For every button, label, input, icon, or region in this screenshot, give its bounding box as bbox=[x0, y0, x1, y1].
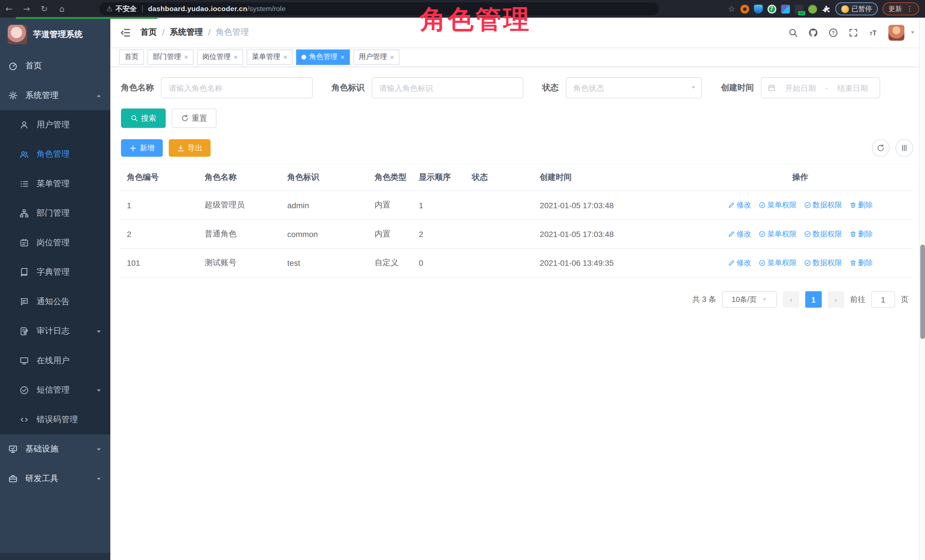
extension-icon-green-7[interactable]: 7 bbox=[767, 5, 776, 14]
data-permission-link[interactable]: 数据权限 bbox=[804, 229, 842, 239]
prev-page-button[interactable]: ‹ bbox=[783, 291, 799, 308]
role-key-input[interactable] bbox=[372, 77, 523, 99]
export-button[interactable]: 导出 bbox=[169, 139, 211, 157]
data-permission-link[interactable]: 数据权限 bbox=[804, 258, 842, 268]
sidebar-item-infrastructure[interactable]: 基础设施 bbox=[0, 434, 110, 464]
data-permission-link[interactable]: 数据权限 bbox=[804, 200, 842, 210]
paused-pill-button[interactable]: 已暂停 bbox=[835, 2, 878, 15]
font-size-icon[interactable] bbox=[868, 27, 878, 37]
scrollbar[interactable] bbox=[919, 18, 925, 560]
sidebar-item-departments[interactable]: 部门管理 bbox=[0, 198, 110, 228]
sidebar-item-error-codes[interactable]: 错误码管理 bbox=[0, 405, 110, 434]
kebab-menu-icon[interactable]: ⋮ bbox=[906, 5, 913, 13]
bookmark-star-icon[interactable]: ☆ bbox=[728, 4, 735, 14]
chevron-down-icon[interactable] bbox=[910, 29, 916, 35]
gear-icon bbox=[8, 91, 18, 100]
close-icon[interactable]: × bbox=[234, 53, 238, 60]
breadcrumb-system[interactable]: 系统管理 bbox=[170, 27, 203, 38]
next-page-button[interactable]: › bbox=[828, 291, 844, 308]
date-range-picker[interactable]: - bbox=[761, 77, 881, 99]
sidebar-item-online-users[interactable]: 在线用户 bbox=[0, 346, 110, 375]
page-number-1[interactable]: 1 bbox=[805, 291, 822, 308]
extension-icon-blue-gem[interactable] bbox=[754, 5, 762, 14]
cell-created: 2021-01-06 13:49:35 bbox=[534, 248, 687, 277]
extension-icon-orange[interactable] bbox=[740, 5, 749, 14]
menu-permission-link[interactable]: 菜单权限 bbox=[758, 229, 797, 239]
refresh-table-button[interactable] bbox=[872, 139, 890, 157]
sidebar: 芋道管理系统 首页 系统管理 用户管理 角色管理 bbox=[0, 18, 110, 560]
sidebar-item-dicts[interactable]: 字典管理 bbox=[0, 258, 110, 287]
tab-users[interactable]: 用户管理× bbox=[354, 49, 399, 65]
browser-reload-icon[interactable]: ↻ bbox=[35, 0, 53, 18]
sidebar-item-roles[interactable]: 角色管理 bbox=[0, 140, 110, 169]
delete-link[interactable]: 删除 bbox=[849, 200, 873, 210]
sidebar-submenu-system: 用户管理 角色管理 菜单管理 部门管理 岗位管理 bbox=[0, 110, 110, 434]
fullscreen-icon[interactable] bbox=[848, 27, 858, 37]
sidebar-item-sms[interactable]: 短信管理 bbox=[0, 375, 110, 405]
end-date-input[interactable] bbox=[832, 84, 874, 92]
sidebar-item-menus[interactable]: 菜单管理 bbox=[0, 169, 110, 198]
reset-button[interactable]: 重置 bbox=[172, 108, 216, 128]
close-icon[interactable]: × bbox=[340, 53, 345, 60]
scrollbar-thumb[interactable] bbox=[920, 245, 925, 339]
delete-link[interactable]: 删除 bbox=[849, 229, 873, 239]
sidebar-item-users[interactable]: 用户管理 bbox=[0, 110, 110, 140]
browser-update-button[interactable]: 更新 ⋮ bbox=[883, 2, 919, 15]
menu-permission-link[interactable]: 菜单权限 bbox=[758, 200, 797, 210]
tab-menus[interactable]: 菜单管理× bbox=[247, 49, 292, 65]
sidebar-item-audit-log[interactable]: 审计日志 bbox=[0, 317, 110, 346]
search-icon[interactable] bbox=[788, 27, 798, 37]
col-status: 状态 bbox=[466, 164, 534, 191]
edit-link[interactable]: 修改 bbox=[728, 229, 752, 239]
tab-posts[interactable]: 岗位管理× bbox=[197, 49, 243, 65]
goto-page-input[interactable] bbox=[871, 291, 895, 308]
edit-link[interactable]: 修改 bbox=[728, 258, 752, 268]
sidebar-logo[interactable]: 芋道管理系统 bbox=[0, 18, 110, 51]
browser-forward-icon[interactable]: → bbox=[18, 0, 35, 18]
cell-sort: 1 bbox=[413, 191, 466, 219]
column-settings-button[interactable] bbox=[896, 139, 913, 157]
address-bar[interactable]: ⚠ 不安全 dashboard.yudao.iocoder.cn/system/… bbox=[99, 2, 659, 15]
sidebar-item-system[interactable]: 系统管理 bbox=[0, 81, 110, 110]
add-button[interactable]: 新增 bbox=[121, 139, 163, 157]
role-name-label: 角色名称 bbox=[121, 83, 154, 93]
help-icon[interactable] bbox=[829, 27, 838, 37]
close-icon[interactable]: × bbox=[390, 53, 394, 60]
avatar[interactable] bbox=[889, 24, 904, 41]
extension-icon-switch[interactable]: on bbox=[794, 5, 803, 14]
dashboard-icon bbox=[8, 61, 18, 71]
search-button[interactable]: 搜索 bbox=[121, 108, 166, 128]
status-select[interactable] bbox=[566, 77, 702, 99]
breadcrumb-home[interactable]: 首页 bbox=[140, 27, 157, 38]
edit-link[interactable]: 修改 bbox=[728, 200, 752, 210]
extension-icon-tampermonkey[interactable] bbox=[781, 5, 789, 14]
close-icon[interactable]: × bbox=[283, 53, 287, 60]
sidebar-item-home[interactable]: 首页 bbox=[0, 51, 110, 81]
breadcrumb: 首页 / 系统管理 / 角色管理 bbox=[140, 27, 249, 38]
delete-link[interactable]: 删除 bbox=[849, 258, 873, 268]
sidebar-item-notices[interactable]: 通知公告 bbox=[0, 287, 110, 317]
page-size-select[interactable]: 10条/页 bbox=[722, 291, 777, 308]
github-icon[interactable] bbox=[808, 27, 818, 37]
tab-departments[interactable]: 部门管理× bbox=[148, 49, 193, 65]
breadcrumb-separator: / bbox=[162, 28, 164, 37]
role-name-input[interactable] bbox=[161, 77, 313, 99]
hamburger-icon[interactable] bbox=[120, 27, 131, 38]
col-role-name: 角色名称 bbox=[199, 164, 281, 191]
tab-roles[interactable]: 角色管理× bbox=[296, 49, 350, 65]
cell-role-id: 2 bbox=[121, 220, 199, 248]
close-icon[interactable]: × bbox=[184, 53, 188, 60]
extension-icon-green-plant[interactable] bbox=[808, 5, 817, 14]
status-select-input[interactable] bbox=[566, 77, 702, 99]
extensions-puzzle-icon[interactable] bbox=[821, 5, 830, 14]
tab-home[interactable]: 首页 bbox=[119, 49, 144, 65]
menu-permission-link[interactable]: 菜单权限 bbox=[758, 258, 797, 268]
sidebar-item-dev-tools[interactable]: 研发工具 bbox=[0, 464, 110, 493]
url-path: /system/role bbox=[247, 5, 286, 13]
browser-back-icon[interactable]: ← bbox=[0, 0, 18, 18]
check-circle-icon bbox=[804, 260, 811, 267]
check-circle-icon bbox=[804, 230, 811, 237]
start-date-input[interactable] bbox=[779, 84, 822, 92]
sidebar-item-posts[interactable]: 岗位管理 bbox=[0, 228, 110, 258]
browser-home-icon[interactable]: ⌂ bbox=[53, 0, 71, 18]
